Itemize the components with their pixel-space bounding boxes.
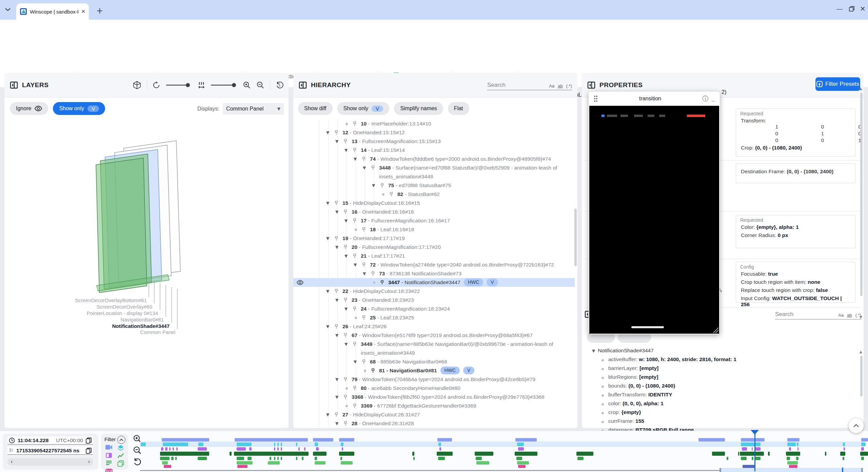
timeline-segment-window-manager[interactable] <box>439 447 441 451</box>
timeline-segment-transitions[interactable] <box>237 465 248 468</box>
timeline-segment-transactions[interactable] <box>768 452 770 456</box>
layer-label[interactable]: NavigationBar0#81 <box>120 317 164 322</box>
hierarchy-scrollbar[interactable] <box>574 209 577 266</box>
timeline-segment-surface-flinger[interactable] <box>315 442 318 446</box>
minimize-icon[interactable]: _ <box>712 95 715 102</box>
timeline-cursor-line[interactable] <box>754 430 755 471</box>
timeline-segment-surface-flinger[interactable] <box>517 442 524 446</box>
pin-icon[interactable] <box>362 262 366 268</box>
next-frame-icon[interactable]: › <box>88 458 90 464</box>
hierarchy-node[interactable]: ▼12 - OneHanded:15:15#12 <box>293 128 575 137</box>
flat-chip[interactable]: Flat <box>448 102 469 115</box>
pin-icon[interactable] <box>362 359 366 365</box>
timeline-segment-view-capture[interactable] <box>237 461 253 465</box>
expand-arrow-icon[interactable]: ▼ <box>335 393 338 401</box>
browser-tab[interactable]: Winscope | sandbox-FAI ✕ <box>16 3 89 20</box>
timeline-segment-surface-flinger[interactable] <box>281 442 282 446</box>
timeline-segment-transitions[interactable] <box>518 465 526 468</box>
layers-3d-view[interactable]: ScreenDecorOverlayBottom#61ScreenDecorOv… <box>4 119 289 427</box>
collapse-panel-icon[interactable] <box>299 81 307 89</box>
hierarchy-node[interactable]: ▼15 - HideDisplayCutout:16:16#15 <box>293 199 575 208</box>
expand-arrow-icon[interactable]: ▼ <box>326 234 329 243</box>
scroll-down-icon[interactable]: ▼ <box>860 315 862 319</box>
pin-icon[interactable] <box>362 157 366 162</box>
expand-arrow-icon[interactable]: ▼ <box>335 208 338 216</box>
timeline-segment-surface-flinger[interactable] <box>296 442 297 446</box>
timeline-segment-transactions[interactable] <box>230 452 232 456</box>
timeline-segment-view-capture[interactable] <box>268 461 280 465</box>
displays-select[interactable]: Common Panel ▼ <box>223 103 284 115</box>
regex-toggle[interactable]: (.*) <box>566 83 572 88</box>
property-item[interactable]: bounds: (0, 0) - (1080, 2400) <box>608 383 675 389</box>
property-item[interactable]: barrierLayer: [empty] <box>608 365 658 371</box>
timeline-segment-protolog[interactable] <box>175 457 177 460</box>
pin-icon[interactable] <box>334 324 338 329</box>
timeline-segment-window-manager[interactable] <box>198 447 207 451</box>
pin-icon[interactable] <box>334 236 338 241</box>
properties-tree-root[interactable]: ▼NotificationShade#3447 <box>592 348 654 354</box>
expand-arrow-icon[interactable]: ▼ <box>372 181 375 190</box>
timeline-segment-screen-recording[interactable] <box>741 438 765 441</box>
timeline-segment-transactions[interactable] <box>313 452 327 456</box>
expand-arrow-icon[interactable]: ▼ <box>335 419 338 427</box>
expand-arrow-icon[interactable]: ▼ <box>335 375 338 384</box>
hierarchy-node[interactable]: 3369 - 67726bf EdgeBackGestureHandler0#3… <box>293 401 575 410</box>
pin-icon[interactable] <box>353 218 357 223</box>
timeline-segment-protolog[interactable] <box>741 457 747 460</box>
window-minimize-button[interactable]: — <box>836 5 843 13</box>
timeline-segment-protolog[interactable] <box>340 457 342 460</box>
window-restore-button[interactable] <box>849 6 854 12</box>
timeline-segment-window-manager[interactable] <box>161 447 163 451</box>
timeline-segment-window-manager[interactable] <box>237 447 246 451</box>
hierarchy-node[interactable]: ▼13 - FullscreenMagnification:15:15#13 <box>293 137 575 146</box>
timeline-segment-window-manager[interactable] <box>176 447 178 451</box>
timeline-segment-protolog[interactable] <box>274 457 275 460</box>
hierarchy-node[interactable]: ▼28 - OneHanded:26:31#28 <box>293 419 575 427</box>
timeline-segment-view-capture[interactable] <box>341 461 353 465</box>
hierarchy-node[interactable]: 10 - ImePlaceholder:13:14#10 <box>293 119 575 128</box>
timeline-segment-surface-flinger[interactable] <box>277 442 279 446</box>
timeline-segment-protolog[interactable] <box>476 457 482 460</box>
pin-icon[interactable] <box>334 289 338 294</box>
timeline-segment-window-manager[interactable] <box>789 447 791 451</box>
timeline-segment-protolog[interactable] <box>315 457 317 460</box>
hierarchy-node[interactable]: ▼20 - FullscreenMagnification:17:17#20 <box>293 243 575 252</box>
hierarchy-node[interactable]: ▼26 - Leaf:24:25#26 <box>293 322 575 331</box>
hierarchy-search[interactable]: Search Aa ab (.*) <box>487 78 572 90</box>
filter-presets-button[interactable]: Filter Presets <box>815 77 860 91</box>
pin-icon[interactable] <box>353 404 357 409</box>
timeline-segment-transactions[interactable] <box>515 452 537 456</box>
show-only-chip[interactable]: Show only V <box>53 102 105 115</box>
collapse-properties-button[interactable] <box>848 418 864 433</box>
hierarchy-node[interactable]: ▼24 - FullscreenMagnification:18:23#24 <box>293 304 575 313</box>
timeline-segment-surface-flinger[interactable] <box>163 442 188 446</box>
overlay-titlebar[interactable]: transition ⓘ _ <box>589 92 720 106</box>
pin-icon[interactable] <box>353 121 357 126</box>
pin-icon[interactable] <box>343 333 348 338</box>
expand-arrow-icon[interactable]: ▼ <box>335 137 338 146</box>
view-capture-icon[interactable] <box>117 460 124 467</box>
timeline-segment-screen-recording[interactable] <box>313 438 333 441</box>
expand-arrow-icon[interactable]: ▼ <box>326 410 329 419</box>
visibility-icon[interactable] <box>297 279 303 286</box>
pin-icon[interactable] <box>334 201 338 206</box>
pin-icon[interactable] <box>353 386 357 391</box>
property-item[interactable]: blurRegions: [empty] <box>608 374 658 380</box>
timeline-segment-protolog[interactable] <box>277 457 279 460</box>
frame-step-bar[interactable]: ‹ › <box>7 458 93 466</box>
timeline-segment-window-manager[interactable] <box>518 447 524 451</box>
protolog-icon[interactable] <box>105 460 112 467</box>
expand-arrow-icon[interactable]: ▼ <box>592 349 595 353</box>
pin-icon[interactable] <box>343 298 348 303</box>
property-item[interactable]: color: (0, 0, 0), alpha: 1 <box>608 400 664 407</box>
timeline-segment-transitions[interactable] <box>164 465 171 468</box>
layer-label[interactable]: NotificationShade#3447 <box>112 323 170 329</box>
timeline-segment-surface-flinger[interactable] <box>741 442 761 446</box>
timeline-segment-screen-recording[interactable] <box>787 438 800 441</box>
copy-icon[interactable] <box>86 437 92 444</box>
timeline-segment-window-manager[interactable] <box>169 447 171 451</box>
timeline-segment-transitions-alt[interactable] <box>743 465 755 468</box>
timeline-zoom-window[interactable] <box>719 468 863 472</box>
expand-arrow-icon[interactable]: ▼ <box>344 340 348 349</box>
timeline-segment-transactions[interactable] <box>160 452 209 456</box>
